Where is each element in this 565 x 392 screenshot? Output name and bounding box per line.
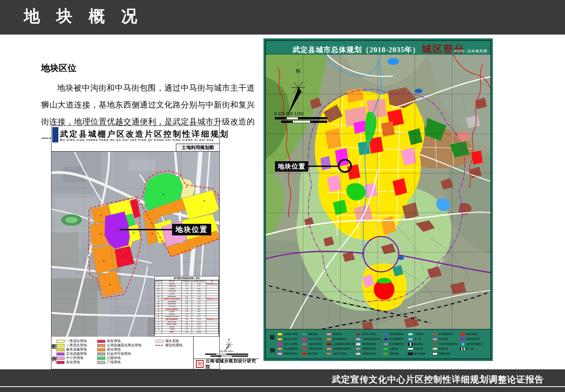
legend-swatch	[97, 340, 105, 343]
legend-swatch	[56, 361, 65, 364]
table-row: 总用地42.6100.0%	[155, 331, 219, 334]
right-legend-col4: 三类工业用地一类物流仓储用地城市道路用地交通枢纽用地交通场站用地	[356, 332, 383, 356]
left-map-subtitle-row: 土地利用规划图	[51, 144, 219, 152]
legend-item-label: 安全设施用地	[389, 342, 403, 346]
table-row: A33中小学用地0.210.5%	[155, 306, 219, 308]
left-map-compass: N 0 50 100 200m	[194, 337, 259, 359]
institute-row: 卍 云南省城乡规划设计研究院	[194, 359, 259, 369]
legend-item-label: 三类工业用地	[362, 332, 376, 336]
legend-swatch	[383, 333, 388, 336]
legend-swatch	[302, 343, 307, 346]
legend-item-label: 农林用地	[439, 347, 448, 351]
legend-swatch	[302, 347, 307, 350]
legend-swatch	[460, 347, 465, 350]
legend-item: 广场用地	[408, 332, 432, 337]
legend-swatch	[277, 333, 282, 336]
legend-item: 商住混合用地	[277, 337, 302, 342]
legend-item-label: 铁 路	[466, 347, 473, 351]
right-legend-col8: 城市规划区城镇开发边界城市集中建设区铁 路	[460, 332, 485, 356]
legend-item: 二类工业用地	[326, 351, 356, 356]
legend-swatch	[326, 333, 331, 336]
footer-rule	[0, 386, 565, 387]
legend-item-label: 广场用地	[414, 332, 423, 336]
legend-swatch	[156, 340, 164, 343]
legend-item-label: 发展备用地	[439, 352, 450, 356]
legend-item: 城市规划区	[460, 332, 485, 337]
legend-item: 交通场站用地	[356, 351, 383, 356]
landuse-table-title: 城市建设用地规划用地一览表	[155, 276, 219, 280]
table-row: B2商务用地0.461.1%	[155, 313, 219, 316]
left-map-legend: 图 例 一类居住用地二类居住用地服务设施用地文化设施用地中小学用地商业用地 商务…	[51, 337, 219, 369]
legend-item: 娱乐康体用地	[326, 337, 356, 342]
legend-swatch	[432, 333, 437, 336]
legend-swatch	[56, 344, 65, 347]
legend-item: 社会停车场用地	[97, 352, 156, 356]
title-blue-square	[52, 127, 58, 142]
landuse-table: 城市建设用地规划用地一览表 用地代码用地名称用地面积(hm²)占城市建设用地比例…	[154, 276, 219, 337]
legend-item: 城市快速路	[408, 351, 432, 356]
legend-swatch	[432, 347, 437, 350]
legend-swatch	[356, 343, 361, 346]
legend-swatch	[356, 347, 361, 350]
legend-item-label: 体育用地	[308, 332, 317, 336]
legend-swatch	[408, 352, 413, 355]
legend-item-label: 娱乐康体用地	[333, 337, 346, 341]
legend-item: 防护绿地	[383, 351, 408, 356]
table-row: R居住用地8.9721.3%规划指标以hm²计	[155, 283, 219, 286]
right-legend-col5: 供应设施用地环境设施用地安全设施用地公园绿地防护绿地	[383, 332, 408, 356]
legend-swatch	[56, 352, 65, 356]
right-legend-label-tu: 图	[270, 334, 275, 341]
legend-item: 高速公路	[408, 346, 432, 351]
legend-item: 城市道路用地	[356, 342, 383, 347]
legend-item-label: 防护绿地	[389, 352, 399, 356]
right-map-title: 武定县城市总体规划（2018-2035年）	[293, 46, 420, 54]
legend-swatch	[277, 352, 282, 355]
legend-item-label: 社会福利用地	[308, 342, 322, 346]
legend-item-label: 教育科研用地	[283, 352, 297, 356]
legend-swatch	[408, 347, 413, 350]
legend-item-label: 规划铁路	[414, 342, 423, 346]
legend-item: 广场用地	[97, 360, 156, 364]
legend-item: 村庄建设用地	[432, 332, 460, 337]
legend-item: 教育科研用地	[277, 351, 302, 356]
right-plot-label: 地块位置	[275, 161, 308, 172]
legend-item: 商务用地	[326, 332, 356, 337]
legend-swatch	[460, 343, 465, 346]
legend-swatch	[277, 338, 282, 341]
footer-title: 武定宣传文化中心片区控制性详细规划调整论证报告	[332, 374, 544, 385]
right-map-legend: 图 例 二类居住用地商住混合用地行政办公用地文化设施用地教育科研用地 体育用地医…	[266, 329, 490, 359]
table-row: B商业服务业设施用地2.225.2%	[155, 308, 219, 311]
legend-swatch	[356, 352, 361, 355]
legend-item-label: 商业用地	[66, 360, 80, 365]
table-row: A公共管理与公共服务设施用地4.9311.6%规划指标以hm²计	[155, 298, 219, 301]
legend-swatch	[356, 338, 361, 341]
right-map-svg: N 0 125 500 1250	[266, 55, 490, 329]
legend-item: 水 域	[408, 337, 432, 342]
left-map-title: 武定县城棚户区改造片区控制性详细规划	[60, 129, 229, 139]
left-map-titlebar: 武定县城棚户区改造片区控制性详细规划 WU DING XIAN CHENG PE…	[51, 126, 219, 144]
legend-item-label: 高速公路	[414, 347, 423, 351]
legend-swatch	[277, 343, 282, 346]
right-map-figure: 武定县城市总体规划（2018-2035年） 城区部分 --2035--总体规划图	[263, 38, 493, 361]
institute-name: 云南省城乡规划设计研究院	[205, 358, 259, 370]
legend-item: 区域公用设施用地	[432, 342, 460, 347]
legend-swatch	[326, 338, 331, 341]
legend-swatch	[383, 352, 388, 355]
legend-item-label: 医疗卫生用地	[308, 337, 322, 341]
legend-swatch	[460, 333, 465, 336]
right-legend-col2: 体育用地医疗卫生用地社会福利用地文物古迹用地商业用地	[302, 332, 326, 356]
table-row: B1商业用地1.463.4%	[155, 311, 219, 314]
table-row: R1一类居住用地1.212.9%	[155, 286, 219, 288]
legend-item-label: 交通场站用地	[362, 352, 376, 356]
legend-swatch	[97, 352, 105, 356]
legend-item: 其他服务设施用地	[326, 346, 356, 351]
right-legend-col3: 商务用地娱乐康体用地公用设施营业网点用地其他服务设施用地二类工业用地	[326, 332, 356, 356]
table-row: B4公用设施营业网点用地0.300.7%	[155, 316, 219, 319]
legend-swatch	[56, 348, 65, 351]
legend-item: 公园绿地	[383, 346, 408, 351]
left-map-subtitle: 土地利用规划图	[176, 144, 219, 152]
legend-item: 行政办公用地	[277, 342, 302, 347]
legend-item-label: 村庄建设用地	[439, 332, 452, 336]
legend-item-label: 城镇开发边界	[466, 337, 480, 341]
legend-item: 商业用地	[302, 351, 326, 356]
